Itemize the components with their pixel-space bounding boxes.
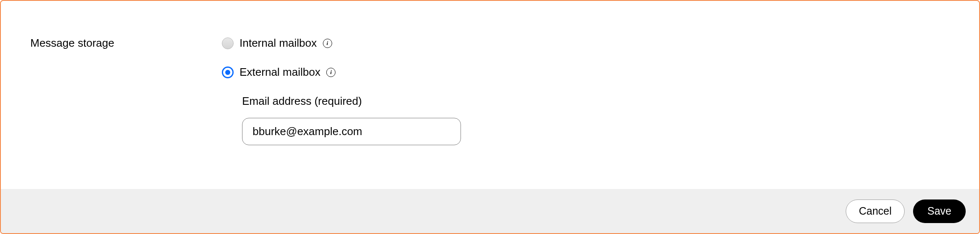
email-field-block: Email address (required) xyxy=(242,95,979,145)
info-icon[interactable]: i xyxy=(326,68,336,77)
radio-row-internal: Internal mailbox i xyxy=(222,37,979,50)
panel-footer: Cancel Save xyxy=(1,189,979,233)
settings-panel: Message storage Internal mailbox i Exter… xyxy=(0,0,980,234)
save-button[interactable]: Save xyxy=(913,199,966,223)
radio-row-external: External mailbox i xyxy=(222,66,979,79)
radio-label-internal: Internal mailbox xyxy=(240,37,317,50)
email-field-label: Email address (required) xyxy=(242,95,979,108)
email-input[interactable] xyxy=(242,118,461,145)
section-title: Message storage xyxy=(30,37,222,50)
section-label-column: Message storage xyxy=(30,37,222,189)
radio-internal-mailbox[interactable] xyxy=(222,37,234,49)
info-icon[interactable]: i xyxy=(323,39,332,48)
options-column: Internal mailbox i External mailbox i Em… xyxy=(222,37,979,189)
panel-content: Message storage Internal mailbox i Exter… xyxy=(1,1,979,189)
radio-label-external: External mailbox xyxy=(240,66,320,79)
radio-external-mailbox[interactable] xyxy=(222,66,234,78)
cancel-button[interactable]: Cancel xyxy=(846,199,905,223)
